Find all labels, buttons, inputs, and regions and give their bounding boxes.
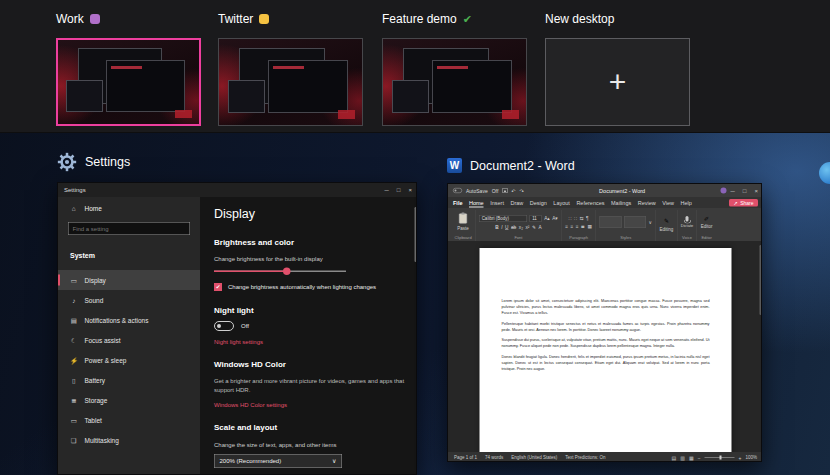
- settings-search-input[interactable]: [69, 225, 190, 232]
- font-name-box[interactable]: Calibri (Body): [479, 215, 527, 222]
- autosave-toggle[interactable]: [453, 188, 462, 193]
- word-page[interactable]: Lorem ipsum dolor sit amet, consectetuer…: [480, 248, 732, 452]
- maximize-button[interactable]: □: [743, 187, 747, 194]
- brightness-slider[interactable]: [214, 271, 346, 273]
- tab-help[interactable]: Help: [681, 200, 692, 206]
- auto-brightness-checkbox[interactable]: ✔: [214, 283, 222, 291]
- text-highlight-icon[interactable]: ✎: [532, 224, 536, 230]
- settings-window-preview[interactable]: Settings ─ □ × ⌂ Home System: [57, 182, 417, 475]
- word-scrollbar[interactable]: [760, 245, 763, 315]
- desktop-thumbnail-twitter[interactable]: [218, 38, 363, 126]
- tab-references[interactable]: References: [576, 200, 604, 206]
- status-item[interactable]: Text Predictions: On: [565, 455, 605, 460]
- user-avatar[interactable]: [721, 188, 727, 194]
- zoom-slider[interactable]: [705, 457, 735, 458]
- sidebar-item-home[interactable]: ⌂ Home: [58, 202, 200, 215]
- night-light-settings-link[interactable]: Night light settings: [214, 338, 404, 345]
- desktop-thumbnail-feature-demo[interactable]: [382, 38, 527, 126]
- tab-layout[interactable]: Layout: [553, 200, 570, 206]
- desktop-work: Work: [56, 8, 201, 126]
- bold-button[interactable]: B: [495, 224, 498, 230]
- zoom-slider-knob[interactable]: [720, 456, 722, 460]
- word-document-title: Document2 - Word: [528, 188, 717, 194]
- sidebar-item-focus-assist[interactable]: ☾Focus assist: [58, 330, 200, 350]
- brightness-slider-thumb[interactable]: [283, 268, 291, 276]
- minimize-button[interactable]: ─: [385, 187, 389, 194]
- font-color-icon[interactable]: A: [538, 224, 541, 230]
- zoom-level[interactable]: 100%: [745, 455, 757, 460]
- status-item[interactable]: English (United States): [511, 455, 557, 460]
- tab-draw[interactable]: Draw: [510, 200, 523, 206]
- share-button[interactable]: ↗ Share: [729, 199, 758, 207]
- settings-window-title[interactable]: Settings: [57, 152, 130, 172]
- indent-icon[interactable]: ⇆: [580, 216, 584, 222]
- partial-window-icon[interactable]: [819, 162, 830, 184]
- undo-icon[interactable]: ↶: [511, 188, 515, 194]
- paragraph-mark-icon[interactable]: ¶: [586, 216, 589, 222]
- tab-review[interactable]: Review: [638, 200, 656, 206]
- scale-dropdown[interactable]: 200% (Recommended) ∨: [214, 454, 342, 468]
- font-size-box[interactable]: 11: [530, 215, 542, 222]
- numbering-icon[interactable]: ∷: [574, 216, 577, 222]
- tab-file[interactable]: File: [453, 200, 462, 206]
- italic-button[interactable]: I: [501, 224, 502, 230]
- desktop-thumbnail-work[interactable]: [56, 38, 201, 126]
- close-button[interactable]: ×: [408, 187, 412, 194]
- hd-color-settings-link[interactable]: Windows HD Color settings: [214, 401, 404, 408]
- shrink-font-icon[interactable]: A▾: [552, 216, 558, 222]
- bullets-icon[interactable]: ∷: [569, 216, 572, 222]
- subscript-button[interactable]: x₂: [519, 224, 523, 230]
- settings-scrollbar[interactable]: [415, 207, 418, 262]
- tab-home[interactable]: Home: [469, 200, 484, 206]
- read-mode-icon[interactable]: ▤: [671, 455, 676, 461]
- sidebar-item-notifications-actions[interactable]: ▤Notifications & actions: [58, 310, 200, 330]
- align-right-icon[interactable]: ≡: [576, 223, 579, 229]
- sidebar-item-sound[interactable]: ♪Sound: [58, 290, 200, 310]
- editor-button[interactable]: Editor: [701, 224, 713, 229]
- sidebar-item-multitasking[interactable]: ❏Multitasking: [58, 430, 200, 450]
- style-chip[interactable]: [624, 216, 646, 228]
- strikethrough-button[interactable]: ab: [511, 224, 516, 230]
- save-icon[interactable]: [502, 188, 507, 193]
- line-spacing-icon[interactable]: ≣: [581, 223, 585, 229]
- tab-design[interactable]: Design: [530, 200, 547, 206]
- web-layout-icon[interactable]: ▦: [689, 455, 694, 461]
- word-window-title[interactable]: W Document2 - Word: [447, 158, 575, 173]
- new-desktop-button[interactable]: +: [545, 38, 690, 126]
- print-layout-icon[interactable]: ▥: [680, 455, 685, 461]
- align-left-icon[interactable]: ≡: [565, 223, 568, 229]
- superscript-button[interactable]: x²: [525, 224, 529, 230]
- night-light-toggle[interactable]: [214, 321, 234, 331]
- grow-font-icon[interactable]: A▴: [544, 216, 550, 222]
- zoom-out-icon[interactable]: −: [698, 455, 701, 461]
- minimize-button[interactable]: ─: [731, 187, 735, 194]
- underline-button[interactable]: U: [505, 224, 508, 230]
- sidebar-item-tablet[interactable]: ▭Tablet: [58, 410, 200, 430]
- status-item[interactable]: 74 words: [485, 455, 503, 460]
- microphone-icon[interactable]: [686, 216, 689, 222]
- status-item[interactable]: Page 1 of 1: [454, 455, 477, 460]
- styles-caret-icon[interactable]: ∨: [649, 219, 652, 225]
- desktop-label-work[interactable]: Work: [56, 8, 201, 30]
- zoom-in-icon[interactable]: +: [739, 455, 742, 461]
- sidebar-item-battery[interactable]: ▯Battery: [58, 370, 200, 390]
- sidebar-item-display[interactable]: ▭Display: [58, 270, 200, 290]
- maximize-button[interactable]: □: [397, 187, 401, 194]
- sidebar-item-power-sleep[interactable]: ⚡Power & sleep: [58, 350, 200, 370]
- style-chip[interactable]: [600, 216, 622, 228]
- redo-icon[interactable]: ↷: [519, 188, 523, 194]
- paste-button[interactable]: [459, 214, 467, 224]
- tab-view[interactable]: View: [662, 200, 674, 206]
- desktop-label-feature-demo[interactable]: Feature demo ✔: [382, 8, 527, 30]
- power-icon: ⚡: [70, 356, 78, 364]
- tab-insert[interactable]: Insert: [490, 200, 504, 206]
- editing-button[interactable]: Editing: [660, 226, 674, 231]
- close-button[interactable]: ×: [754, 187, 758, 194]
- word-window-preview[interactable]: AutoSave Off ↶ ↷ Document2 - Word ─ □ × …: [447, 183, 762, 462]
- desktop-label-twitter[interactable]: Twitter: [218, 8, 363, 30]
- tab-mailings[interactable]: Mailings: [611, 200, 631, 206]
- shading-icon[interactable]: ▦: [588, 223, 592, 229]
- sidebar-item-storage[interactable]: ≣Storage: [58, 390, 200, 410]
- dictate-button[interactable]: Dictate: [681, 224, 693, 229]
- align-center-icon[interactable]: ≡: [571, 223, 574, 229]
